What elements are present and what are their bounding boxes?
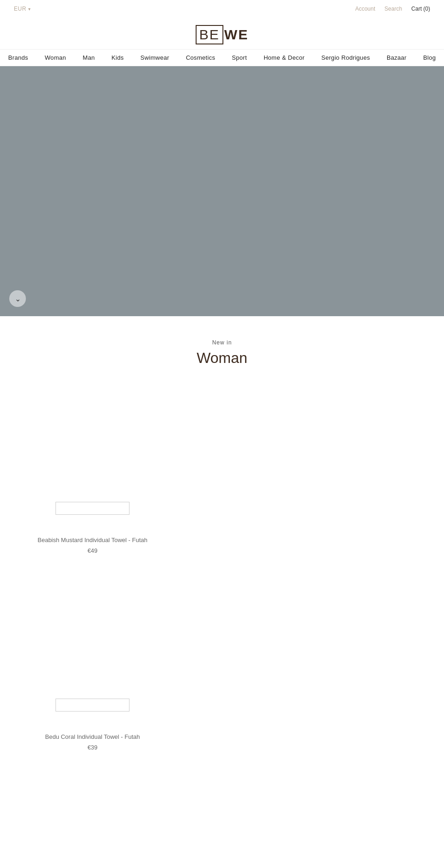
top-bar: EUR ▾ Account Search Cart (0) — [0, 0, 444, 18]
nav-kids[interactable]: Kids — [111, 54, 124, 61]
product-price-1: €49 — [28, 547, 157, 554]
new-in-label: New in — [0, 339, 444, 346]
product-image-1 — [28, 381, 157, 529]
account-link[interactable]: Account — [355, 6, 375, 12]
section-header: New in Woman — [0, 316, 444, 381]
product-image-3 — [28, 774, 157, 868]
product-name-2: Bedu Coral Individual Towel - Futah — [28, 733, 157, 741]
search-link[interactable]: Search — [384, 6, 402, 12]
currency-arrow-icon: ▾ — [28, 6, 31, 12]
product-name-1: Beabish Mustard Individual Towel - Futah — [28, 536, 157, 544]
section-title: Woman — [0, 350, 444, 367]
top-nav: Account Search Cart (0) — [355, 6, 430, 12]
nav-woman[interactable]: Woman — [45, 54, 66, 61]
logo-be: BE — [196, 25, 223, 44]
scroll-down-button[interactable]: ⌄ — [9, 290, 26, 307]
product-label-tag-2 — [56, 699, 130, 712]
site-logo[interactable]: BE WE — [196, 25, 248, 44]
main-navigation: Brands Woman Man Kids Swimwear Cosmetics… — [0, 49, 444, 66]
cart-link[interactable]: Cart (0) — [411, 6, 430, 12]
product-image-2 — [28, 577, 157, 725]
products-list: Beabish Mustard Individual Towel - Futah… — [0, 381, 444, 868]
list-item[interactable]: Bedu Coral Individual Towel - Futah €39 — [28, 577, 157, 751]
nav-home-decor[interactable]: Home & Decor — [264, 54, 305, 61]
nav-swimwear[interactable]: Swimwear — [141, 54, 169, 61]
chevron-down-icon: ⌄ — [15, 294, 21, 303]
nav-cosmetics[interactable]: Cosmetics — [186, 54, 215, 61]
nav-sport[interactable]: Sport — [232, 54, 247, 61]
nav-bazaar[interactable]: Bazaar — [387, 54, 407, 61]
nav-brands[interactable]: Brands — [8, 54, 28, 61]
nav-blog[interactable]: Blog — [423, 54, 436, 61]
nav-man[interactable]: Man — [83, 54, 95, 61]
list-item[interactable]: Nelua Green Individual Towel - Futah €49 — [28, 774, 157, 868]
currency-label: EUR — [14, 6, 26, 12]
currency-selector[interactable]: EUR ▾ — [14, 6, 31, 12]
nav-sergio-rodrigues[interactable]: Sergio Rodrigues — [321, 54, 370, 61]
product-price-2: €39 — [28, 744, 157, 751]
list-item[interactable]: Beabish Mustard Individual Towel - Futah… — [28, 381, 157, 554]
logo-bar: BE WE — [0, 18, 444, 49]
hero-image: ⌄ — [0, 66, 444, 316]
product-label-tag-1 — [56, 502, 130, 515]
logo-we: WE — [224, 27, 248, 43]
